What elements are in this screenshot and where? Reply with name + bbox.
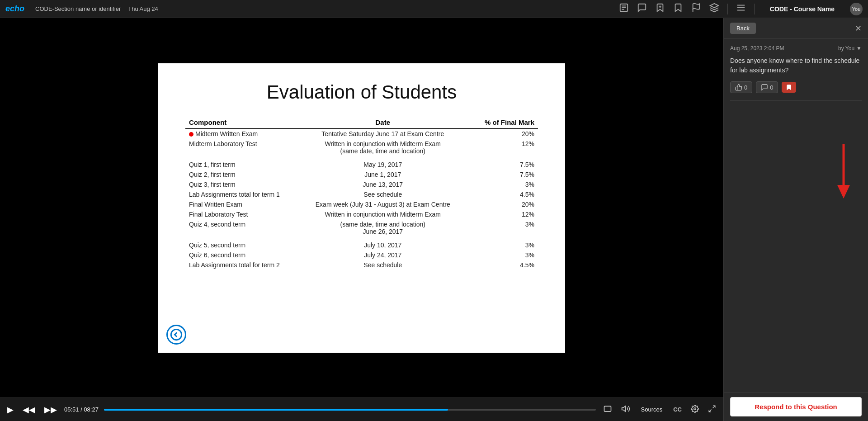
svg-line-16 [709, 409, 711, 412]
down-arrow-icon [835, 144, 853, 199]
table-row: Quiz 4, second term (same date, time and… [185, 219, 538, 237]
comment-button[interactable]: 0 [756, 81, 778, 93]
bookmark-post-button[interactable] [782, 82, 796, 93]
table-row: Lab Assignments total for term 2 See sch… [185, 260, 538, 270]
row-mark: 3% [460, 250, 538, 260]
time-display: 05:51 / 08:27 [64, 406, 99, 413]
row-date: See schedule [305, 260, 460, 270]
flag-icon[interactable] [691, 3, 701, 15]
row-date: See schedule [305, 189, 460, 199]
post-meta: Aug 25, 2023 2:04 PM by You ▼ [730, 45, 862, 52]
col-header-mark: % of Final Mark [460, 117, 538, 128]
expand-icon[interactable]: ▼ [856, 45, 862, 52]
row-mark: 20% [460, 199, 538, 209]
row-mark: 12% [460, 139, 538, 156]
row-component: Lab Assignments total for term 2 [185, 260, 305, 270]
nav-date: Thu Aug 24 [128, 5, 158, 12]
chat-icon[interactable] [637, 3, 647, 15]
table-row: Midterm Written Exam Tentative Saturday … [185, 128, 538, 139]
like-button[interactable]: 0 [730, 81, 752, 93]
row-component: Midterm Laboratory Test [185, 139, 305, 156]
svg-line-15 [713, 406, 715, 408]
video-controls: ▶ ◀◀ ▶▶ 05:51 / 08:27 Sources CC [0, 397, 723, 421]
svg-marker-18 [837, 185, 850, 199]
row-date: Written in conjunction with Midterm Exam [305, 209, 460, 219]
close-button[interactable]: ✕ [855, 24, 862, 33]
svg-rect-12 [604, 406, 611, 412]
echo-logo: echo [5, 4, 24, 14]
table-row [185, 237, 538, 240]
row-component: Lab Assignments total for term 1 [185, 189, 305, 199]
table-row [185, 156, 538, 160]
prev-slide-button[interactable] [166, 325, 186, 345]
post-date: Aug 25, 2023 2:04 PM [730, 45, 784, 52]
table-row: Quiz 6, second term July 24, 2017 3% [185, 250, 538, 260]
row-date: Written in conjunction with Midterm Exam… [305, 139, 460, 156]
row-mark: 3% [460, 240, 538, 250]
row-date: May 19, 2017 [305, 160, 460, 170]
red-dot [189, 132, 193, 137]
row-date: July 24, 2017 [305, 250, 460, 260]
row-mark: 12% [460, 209, 538, 219]
row-mark: 7.5% [460, 170, 538, 180]
col-header-date: Date [305, 117, 460, 128]
comment-count: 0 [770, 84, 773, 91]
row-component: Final Laboratory Test [185, 209, 305, 219]
row-component: Final Written Exam [185, 199, 305, 209]
post-actions: 0 0 [730, 81, 862, 93]
row-component: Quiz 3, first term [185, 180, 305, 189]
play-button[interactable]: ▶ [5, 403, 15, 416]
bookmark-icon[interactable] [673, 3, 683, 15]
bookmark-add-icon[interactable] [655, 3, 665, 15]
notes-icon[interactable] [619, 3, 629, 15]
respond-button[interactable]: Respond to this Question [730, 397, 862, 416]
post-author: by You [838, 45, 854, 52]
sources-button[interactable]: Sources [637, 404, 666, 415]
arrow-indicator-container [730, 108, 862, 208]
layers-icon[interactable] [709, 3, 719, 15]
top-navigation: echo CODE-Section name or identifier Thu… [0, 0, 868, 18]
row-component: Quiz 2, first term [185, 170, 305, 180]
nav-icons-group: CODE - Course Name You [619, 3, 863, 15]
row-mark: 3% [460, 219, 538, 237]
like-count: 0 [744, 84, 747, 91]
svg-point-14 [694, 407, 696, 410]
row-mark: 4.5% [460, 260, 538, 270]
table-row: Final Laboratory Test Written in conjunc… [185, 209, 538, 219]
fullscreen-button[interactable] [706, 403, 718, 416]
slide-frame: Evaluation of Students Component Date % … [158, 63, 565, 353]
right-panel: Back ✕ Aug 25, 2023 2:04 PM by You ▼ Doe… [723, 18, 868, 421]
table-row: Quiz 1, first term May 19, 2017 7.5% [185, 160, 538, 170]
svg-marker-7 [710, 4, 718, 8]
slide-table: Component Date % of Final Mark Midterm W… [185, 117, 538, 270]
volume-button[interactable] [619, 402, 632, 417]
row-component: Quiz 1, first term [185, 160, 305, 170]
row-date: June 1, 2017 [305, 170, 460, 180]
progress-bar[interactable] [104, 409, 596, 411]
table-row: Midterm Laboratory Test Written in conju… [185, 139, 538, 156]
main-area: Evaluation of Students Component Date % … [0, 18, 868, 421]
fast-forward-button[interactable]: ▶▶ [42, 403, 59, 416]
rewind-button[interactable]: ◀◀ [21, 403, 37, 416]
menu-icon[interactable] [736, 3, 746, 15]
row-mark: 7.5% [460, 160, 538, 170]
row-component: Midterm Written Exam [185, 128, 305, 139]
row-date: Tentative Saturday June 17 at Exam Centr… [305, 128, 460, 139]
post-text: Does anyone know where to find the sched… [730, 56, 862, 75]
row-component: Quiz 4, second term [185, 219, 305, 237]
avatar: You [850, 3, 863, 15]
screen-mode-button[interactable] [601, 402, 614, 417]
back-button[interactable]: Back [730, 23, 756, 34]
row-component: Quiz 6, second term [185, 250, 305, 260]
row-component: Quiz 5, second term [185, 240, 305, 250]
table-row: Lab Assignments total for term 1 See sch… [185, 189, 538, 199]
cc-button[interactable]: CC [671, 404, 684, 415]
settings-button[interactable] [689, 403, 701, 416]
nav-divider [727, 4, 728, 14]
panel-header: Back ✕ [724, 18, 868, 39]
video-area: Evaluation of Students Component Date % … [0, 18, 723, 421]
table-row: Quiz 5, second term July 10, 2017 3% [185, 240, 538, 250]
progress-fill [104, 409, 448, 411]
divider [730, 100, 862, 101]
panel-content: Aug 25, 2023 2:04 PM by You ▼ Does anyon… [724, 39, 868, 392]
